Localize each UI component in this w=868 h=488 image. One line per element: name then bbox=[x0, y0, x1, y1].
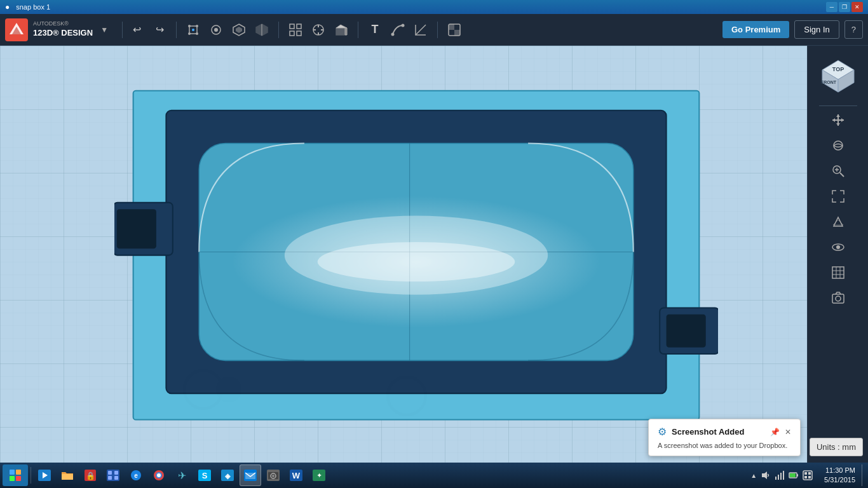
taskbar-dell[interactable]: ◈ bbox=[217, 464, 238, 486]
taskbar-ie[interactable]: e bbox=[125, 464, 147, 486]
undo-button[interactable]: ↩ bbox=[126, 20, 147, 40]
tray-network[interactable] bbox=[775, 470, 785, 480]
orbit-button[interactable] bbox=[827, 134, 850, 157]
minimize-button[interactable]: ─ bbox=[826, 2, 837, 12]
watermark-right bbox=[369, 370, 445, 433]
tray-arrow[interactable]: ▲ bbox=[750, 472, 757, 479]
close-button[interactable]: ✕ bbox=[851, 2, 863, 12]
svg-rect-119 bbox=[808, 472, 811, 475]
snapshot-button[interactable] bbox=[827, 287, 850, 309]
svg-point-47 bbox=[216, 377, 241, 402]
taskbar-skype[interactable]: S bbox=[194, 464, 215, 486]
svg-rect-17 bbox=[297, 31, 301, 36]
sketch-button[interactable] bbox=[206, 20, 226, 40]
tray-speaker[interactable] bbox=[761, 470, 771, 480]
svg-text:◈: ◈ bbox=[224, 472, 231, 480]
svg-point-4 bbox=[196, 25, 198, 27]
system-tray: ▲ bbox=[745, 470, 818, 480]
taskbar-folder[interactable] bbox=[57, 464, 78, 486]
start-button[interactable] bbox=[3, 464, 28, 486]
path-button[interactable] bbox=[388, 20, 408, 40]
notification-pin-button[interactable]: 📌 bbox=[770, 428, 780, 437]
svg-rect-78 bbox=[10, 476, 15, 481]
svg-rect-110 bbox=[775, 477, 776, 480]
svg-point-6 bbox=[196, 32, 198, 35]
taskbar-word[interactable]: W bbox=[285, 464, 307, 486]
zoom-button[interactable] bbox=[827, 159, 850, 182]
svg-rect-118 bbox=[804, 472, 807, 475]
taskbar-unknown[interactable]: ✦ bbox=[308, 464, 330, 486]
svg-point-5 bbox=[188, 32, 191, 35]
transform-button[interactable] bbox=[183, 20, 203, 40]
svg-point-45 bbox=[318, 242, 515, 281]
materials-button[interactable] bbox=[444, 20, 465, 40]
svg-point-9 bbox=[214, 28, 218, 32]
show-desktop-button[interactable] bbox=[862, 464, 865, 486]
premium-button[interactable]: Go Premium bbox=[722, 21, 789, 38]
taskbar-security[interactable]: 🔒 bbox=[79, 464, 101, 486]
svg-rect-113 bbox=[783, 471, 784, 480]
modify-button[interactable] bbox=[252, 20, 272, 40]
grid-button[interactable] bbox=[827, 261, 850, 284]
svg-rect-31 bbox=[454, 30, 460, 36]
svg-text:FRONT: FRONT bbox=[820, 80, 836, 85]
svg-rect-30 bbox=[449, 24, 454, 30]
viewport[interactable] bbox=[0, 46, 807, 465]
logo-area[interactable]: AUTODESK® 123D® DESIGN ▼ bbox=[5, 18, 108, 41]
svg-marker-109 bbox=[762, 471, 767, 479]
date: 5/31/2015 bbox=[824, 475, 855, 485]
svg-marker-57 bbox=[836, 123, 840, 126]
units-badge[interactable]: Units : mm bbox=[810, 438, 863, 456]
taskbar-migrate[interactable]: ✈ bbox=[171, 464, 193, 486]
perspective-button[interactable] bbox=[827, 210, 850, 233]
signin-button[interactable]: Sign In bbox=[794, 20, 839, 39]
svg-point-60 bbox=[834, 141, 843, 150]
svg-marker-25 bbox=[345, 28, 347, 35]
clock[interactable]: 11:30 PM 5/31/2015 bbox=[820, 466, 859, 485]
svg-line-62 bbox=[840, 173, 844, 177]
notification-close-button[interactable]: ✕ bbox=[785, 428, 791, 437]
right-buttons: Go Premium Sign In ? bbox=[722, 20, 863, 39]
svg-rect-77 bbox=[16, 470, 21, 475]
svg-point-75 bbox=[836, 296, 841, 301]
svg-rect-23 bbox=[336, 28, 345, 35]
measure-button[interactable] bbox=[410, 20, 431, 40]
pattern-button[interactable] bbox=[285, 20, 306, 40]
svg-rect-121 bbox=[808, 476, 811, 478]
text-button[interactable]: T bbox=[365, 20, 385, 40]
notification-body: A screenshot was added to your Dropbox. bbox=[658, 442, 791, 449]
svg-text:✦: ✦ bbox=[316, 471, 322, 479]
app-menu-dropdown[interactable]: ▼ bbox=[100, 25, 108, 34]
svg-rect-76 bbox=[10, 470, 15, 475]
svg-point-68 bbox=[836, 245, 840, 249]
svg-rect-39 bbox=[117, 209, 156, 248]
svg-line-28 bbox=[416, 25, 426, 35]
menubar: AUTODESK® 123D® DESIGN ▼ ↩ ↪ bbox=[0, 14, 868, 46]
snap-button[interactable] bbox=[308, 20, 329, 40]
tray-action-center[interactable] bbox=[803, 470, 813, 480]
restore-button[interactable]: ❐ bbox=[839, 2, 850, 12]
taskbar-camera[interactable] bbox=[262, 464, 284, 486]
help-button[interactable]: ? bbox=[844, 20, 863, 39]
svg-rect-88 bbox=[108, 476, 112, 480]
svg-rect-89 bbox=[114, 476, 118, 480]
view-cube[interactable]: TOP FRONT bbox=[816, 51, 860, 95]
taskbar-apps[interactable] bbox=[102, 464, 124, 486]
tray-battery[interactable] bbox=[789, 470, 799, 480]
visibility-button[interactable] bbox=[827, 236, 850, 259]
construct-button[interactable] bbox=[229, 20, 249, 40]
svg-marker-24 bbox=[336, 25, 347, 28]
taskbar-outlook[interactable] bbox=[240, 464, 261, 486]
taskbar-media[interactable] bbox=[34, 464, 55, 486]
svg-point-48 bbox=[388, 377, 426, 415]
svg-rect-87 bbox=[114, 471, 118, 475]
redo-button[interactable]: ↪ bbox=[149, 20, 170, 40]
fit-button[interactable] bbox=[827, 185, 850, 208]
primitive-button[interactable] bbox=[331, 20, 351, 40]
svg-text:e: e bbox=[134, 472, 138, 479]
toolbar: ↩ ↪ T bbox=[126, 20, 722, 40]
taskbar-chrome[interactable] bbox=[148, 464, 170, 486]
svg-rect-120 bbox=[804, 476, 807, 478]
notification-title: Screenshot Added bbox=[672, 427, 765, 437]
pan-button[interactable] bbox=[827, 109, 850, 132]
